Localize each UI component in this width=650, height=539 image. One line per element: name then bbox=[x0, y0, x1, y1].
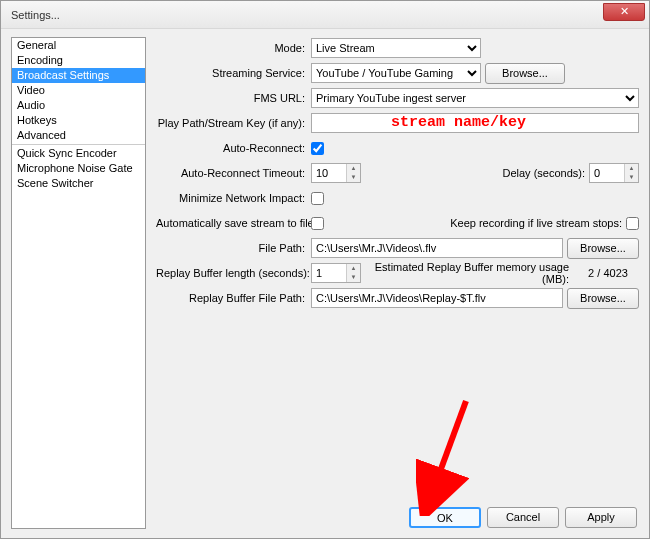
estmem-label: Estimated Replay Buffer memory usage (MB… bbox=[375, 261, 569, 285]
sidebar-item-video[interactable]: Video bbox=[12, 83, 145, 98]
sidebar-item-hotkeys[interactable]: Hotkeys bbox=[12, 113, 145, 128]
browse-filepath-button[interactable]: Browse... bbox=[567, 238, 639, 259]
mode-select[interactable]: Live Stream bbox=[311, 38, 481, 58]
spinner-down-icon[interactable]: ▼ bbox=[625, 173, 638, 182]
autosave-label: Automatically save stream to file: bbox=[156, 217, 311, 229]
service-select[interactable]: YouTube / YouTube Gaming bbox=[311, 63, 481, 83]
delay-label: Delay (seconds): bbox=[502, 167, 585, 179]
sidebar-item-advanced[interactable]: Advanced bbox=[12, 128, 145, 143]
content-area: General Encoding Broadcast Settings Vide… bbox=[1, 29, 649, 538]
spinner-up-icon[interactable]: ▲ bbox=[625, 164, 638, 173]
stream-key-input[interactable] bbox=[311, 113, 639, 133]
browse-service-button[interactable]: Browse... bbox=[485, 63, 565, 84]
main-panel: Mode: Live Stream Streaming Service: You… bbox=[156, 37, 639, 498]
sidebar: General Encoding Broadcast Settings Vide… bbox=[11, 37, 146, 529]
sidebar-item-broadcast-settings[interactable]: Broadcast Settings bbox=[12, 68, 145, 83]
replaypath-label: Replay Buffer File Path: bbox=[156, 292, 311, 304]
keeprec-label: Keep recording if live stream stops: bbox=[450, 217, 622, 229]
cancel-button[interactable]: Cancel bbox=[487, 507, 559, 528]
replaypath-input[interactable] bbox=[311, 288, 563, 308]
playpath-label: Play Path/Stream Key (if any): bbox=[156, 117, 311, 129]
replaylen-label: Replay Buffer length (seconds): bbox=[156, 267, 311, 279]
mode-label: Mode: bbox=[156, 42, 311, 54]
apply-button[interactable]: Apply bbox=[565, 507, 637, 528]
sidebar-item-encoding[interactable]: Encoding bbox=[12, 53, 145, 68]
spinner-down-icon[interactable]: ▼ bbox=[347, 173, 360, 182]
ok-button[interactable]: OK bbox=[409, 507, 481, 528]
window-title: Settings... bbox=[11, 9, 60, 21]
filepath-label: File Path: bbox=[156, 242, 311, 254]
fms-select[interactable]: Primary YouTube ingest server bbox=[311, 88, 639, 108]
browse-replaypath-button[interactable]: Browse... bbox=[567, 288, 639, 309]
replaylen-spinner[interactable]: ▲▼ bbox=[311, 263, 361, 283]
sidebar-item-general[interactable]: General bbox=[12, 38, 145, 53]
spinner-down-icon[interactable]: ▼ bbox=[347, 273, 360, 282]
timeout-label: Auto-Reconnect Timeout: bbox=[156, 167, 311, 179]
spinner-up-icon[interactable]: ▲ bbox=[347, 164, 360, 173]
autoreconnect-checkbox[interactable] bbox=[311, 142, 324, 155]
titlebar: Settings... ✕ bbox=[1, 1, 649, 29]
sidebar-divider bbox=[12, 144, 145, 145]
fms-label: FMS URL: bbox=[156, 92, 311, 104]
sidebar-item-noise-gate[interactable]: Microphone Noise Gate bbox=[12, 161, 145, 176]
service-label: Streaming Service: bbox=[156, 67, 311, 79]
spinner-up-icon[interactable]: ▲ bbox=[347, 264, 360, 273]
close-icon: ✕ bbox=[620, 5, 629, 17]
sidebar-item-quick-sync[interactable]: Quick Sync Encoder bbox=[12, 146, 145, 161]
autosave-checkbox[interactable] bbox=[311, 217, 324, 230]
minimize-label: Minimize Network Impact: bbox=[156, 192, 311, 204]
autoreconnect-label: Auto-Reconnect: bbox=[156, 142, 311, 154]
close-button[interactable]: ✕ bbox=[603, 3, 645, 21]
delay-input[interactable] bbox=[590, 164, 624, 182]
keeprec-checkbox[interactable] bbox=[626, 217, 639, 230]
minimize-checkbox[interactable] bbox=[311, 192, 324, 205]
timeout-spinner[interactable]: ▲▼ bbox=[311, 163, 361, 183]
delay-spinner[interactable]: ▲▼ bbox=[589, 163, 639, 183]
filepath-input[interactable] bbox=[311, 238, 563, 258]
timeout-input[interactable] bbox=[312, 164, 346, 182]
sidebar-item-scene-switcher[interactable]: Scene Switcher bbox=[12, 176, 145, 191]
sidebar-item-audio[interactable]: Audio bbox=[12, 98, 145, 113]
estmem-value: 2 / 4023 bbox=[577, 267, 639, 279]
replaylen-input[interactable] bbox=[312, 264, 346, 282]
footer-buttons: OK Cancel Apply bbox=[409, 507, 637, 528]
